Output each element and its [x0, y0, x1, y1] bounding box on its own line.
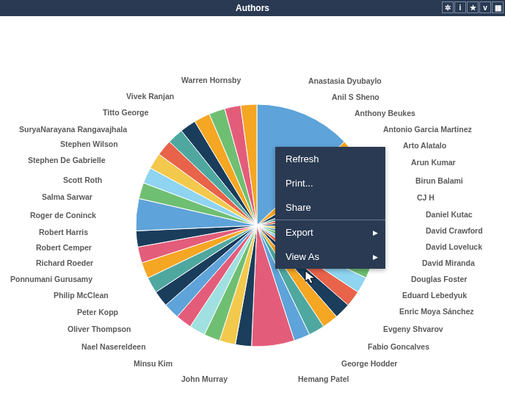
slice-label: Douglas Foster — [411, 275, 467, 283]
chevron-right-icon: ▶ — [373, 229, 378, 236]
title-bar: Authors ✲ i ★ v ▦ — [0, 0, 505, 16]
menu-print[interactable]: Print... — [275, 171, 385, 195]
slice-label: Titto George — [103, 108, 148, 117]
menu-viewas[interactable]: View As ▶ — [275, 245, 385, 269]
slice-label: David Crawford — [426, 226, 483, 235]
slice-label: Peter Kopp — [77, 308, 118, 316]
slice-label: David Miranda — [422, 258, 475, 267]
slice-label: John Murray — [181, 374, 228, 383]
menu-share[interactable]: Share — [275, 195, 385, 220]
slice-label: Hemang Patel — [298, 374, 349, 383]
slice-label: Minsu Kim — [134, 359, 172, 368]
menu-export[interactable]: Export ▶ — [275, 220, 385, 245]
slice-label: Ponnumani Gurusamy — [10, 275, 92, 283]
slice-label: Arto Alatalo — [403, 141, 446, 150]
slice-label: SuryaNarayana Rangavajhala — [19, 125, 127, 134]
slice-label: Evgeny Shvarov — [383, 325, 443, 333]
slice-label: Arun Kumar — [411, 158, 456, 167]
slice-label: CJ H — [417, 193, 435, 202]
slice-label: Stephen Wilson — [60, 140, 118, 148]
slice-label: Eduard Lebedyuk — [402, 291, 467, 300]
slice-label: Nael Nasereldeen — [81, 342, 146, 351]
slice-label: Salma Sarwar — [42, 192, 92, 201]
title-text: Authors — [236, 3, 269, 13]
slice-label: Anil S Sheno — [332, 93, 379, 101]
slice-label: Robert Cemper — [36, 243, 92, 252]
slice-label: Birun Balami — [415, 176, 463, 185]
slice-label: Scott Roth — [63, 175, 102, 184]
gear-icon[interactable]: ✲ — [442, 1, 454, 13]
v-icon[interactable]: v — [479, 1, 491, 13]
slice-label: Roger de Coninck — [30, 211, 96, 220]
chevron-right-icon: ▶ — [373, 253, 378, 261]
menu-viewas-label: View As — [286, 251, 319, 262]
slice-label: Anthony Beukes — [355, 109, 415, 117]
title-bar-icons: ✲ i ★ v ▦ — [442, 1, 504, 13]
slice-label: Vivek Ranjan — [126, 92, 174, 101]
slice-label: David Loveluck — [426, 242, 482, 251]
slice-label: Fabio Goncalves — [368, 342, 429, 351]
slice-label: Enric Moya Sánchez — [399, 307, 474, 316]
info-icon[interactable]: i — [454, 1, 466, 13]
slice-label: Oliver Thompson — [68, 325, 131, 333]
slice-label: Robert Harris — [39, 228, 88, 236]
slice-label: Antonio Garcia Martinez — [383, 125, 472, 134]
slice-label: Daniel Kutac — [426, 210, 473, 219]
slice-label: George Hodder — [341, 359, 397, 368]
menu-export-label: Export — [286, 227, 313, 238]
slice-label: Anastasia Dyubaylo — [308, 76, 382, 85]
slice-label: Stephen De Gabrielle — [28, 156, 106, 164]
slice-label: Richard Roeder — [36, 258, 93, 267]
context-menu: Refresh Print... Share Export ▶ View As … — [275, 147, 385, 269]
slice-label: Warren Hornsby — [181, 76, 241, 84]
chart-area[interactable]: Anastasia DyubayloAnil S ShenoAnthony Be… — [0, 16, 505, 420]
grid-icon[interactable]: ▦ — [492, 1, 504, 13]
slice-label: Philip McClean — [54, 291, 109, 300]
star-icon[interactable]: ★ — [467, 1, 479, 13]
menu-refresh[interactable]: Refresh — [275, 147, 385, 171]
